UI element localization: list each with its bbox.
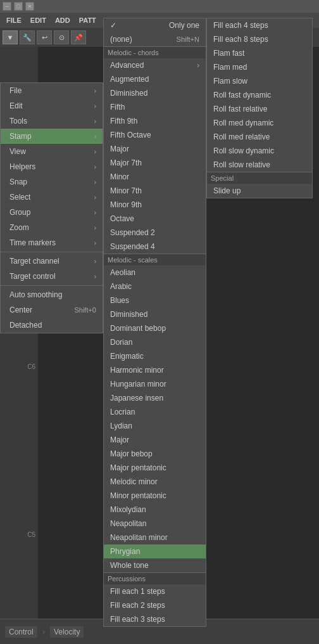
right-rollslowrelative[interactable]: Roll slow relative [207, 158, 312, 172]
center-major7th[interactable]: Major 7th [104, 156, 206, 170]
menu-file[interactable]: FILE [3, 15, 25, 25]
right-rollfastrelative[interactable]: Roll fast relative [207, 102, 312, 116]
center-arabic[interactable]: Arabic [104, 280, 206, 293]
center-minor7th[interactable]: Minor 7th [104, 184, 206, 198]
center-lydian[interactable]: Lydian [104, 419, 206, 433]
right-flamslow[interactable]: Flam slow [207, 74, 312, 88]
right-fill4[interactable]: Fill each 4 steps [207, 18, 312, 32]
center-hungarianminor[interactable]: Hungarian minor [104, 377, 206, 391]
center-mixolydian[interactable]: Mixolydian [104, 503, 206, 517]
left-menu-stamp[interactable]: Stamp › [1, 129, 103, 144]
left-menu-targetchannel[interactable]: Target channel › [1, 254, 103, 269]
c6-label: C6 [27, 363, 35, 370]
left-menu-divider2 [1, 285, 103, 286]
center-diminished2[interactable]: Diminished [104, 307, 206, 321]
center-minor[interactable]: Minor [104, 170, 206, 184]
left-menu-center[interactable]: Center Shift+0 [1, 302, 103, 318]
maximize-button[interactable]: □ [14, 2, 23, 11]
left-menu-edit[interactable]: Edit › [1, 98, 103, 113]
tool-select[interactable]: ▼ [3, 30, 18, 44]
tool-pencil[interactable]: 🔧 [20, 30, 35, 44]
left-menu-divider1 [1, 252, 103, 252]
right-rollfastdynamic[interactable]: Roll fast dynamic [207, 88, 312, 102]
section-percussions: Percussions [104, 572, 206, 584]
center-octave[interactable]: Octave [104, 212, 206, 226]
center-fifth[interactable]: Fifth [104, 100, 206, 114]
left-menu: File › Edit › Tools › Stamp › View › Hel… [0, 82, 103, 333]
velocity-item[interactable]: Velocity [50, 626, 84, 638]
center-menu-onlyone[interactable]: Only one [104, 18, 206, 32]
center-fill3[interactable]: Fill each 3 steps [104, 612, 206, 626]
center-menu: Only one (none) Shift+N Melodic - chords… [103, 18, 206, 627]
center-dorian[interactable]: Dorian [104, 335, 206, 349]
left-menu-targetcontrol[interactable]: Target control › [1, 269, 103, 284]
right-menu: Fill each 4 steps Fill each 8 steps Flam… [206, 18, 313, 198]
center-dominantbebop[interactable]: Dominant bebop [104, 321, 206, 335]
left-menu-helpers[interactable]: Helpers › [1, 159, 103, 174]
center-major2[interactable]: Major [104, 433, 206, 447]
center-minor9th[interactable]: Minor 9th [104, 198, 206, 212]
center-majorbebop[interactable]: Major bebop [104, 447, 206, 461]
left-menu-zoom[interactable]: Zoom › [1, 220, 103, 235]
c5-label: C5 [27, 531, 35, 538]
right-rollmedrelative[interactable]: Roll med relative [207, 130, 312, 144]
center-majorpentatonic[interactable]: Major pentatonic [104, 461, 206, 475]
left-menu-view[interactable]: View › [1, 144, 103, 159]
right-fill8[interactable]: Fill each 8 steps [207, 32, 312, 46]
left-menu-file[interactable]: File › [1, 83, 103, 98]
menu-edit[interactable]: EDIT [27, 15, 50, 25]
center-aeolian[interactable]: Aeolian [104, 266, 206, 280]
center-locrian[interactable]: Locrian [104, 405, 206, 419]
center-fill2[interactable]: Fill each 2 steps [104, 598, 206, 612]
tool-eraser[interactable]: ↩ [37, 30, 52, 44]
tool-mute[interactable]: ⊙ [54, 30, 69, 44]
right-special-header: Special [207, 172, 312, 184]
center-wholetone[interactable]: Whole tone [104, 558, 206, 572]
center-minorpentatonic[interactable]: Minor pentatonic [104, 489, 206, 503]
right-flamfast[interactable]: Flam fast [207, 46, 312, 60]
center-japaneseinsen[interactable]: Japanese insen [104, 391, 206, 405]
left-menu-detached[interactable]: Detached [1, 318, 103, 333]
section-melodic-scales: Melodic - scales [104, 254, 206, 266]
tool-slice[interactable]: 📌 [71, 30, 86, 44]
center-fifth9th[interactable]: Fifth 9th [104, 114, 206, 128]
center-suspended4[interactable]: Suspended 4 [104, 240, 206, 254]
left-menu-timemarkers[interactable]: Time markers › [1, 235, 103, 250]
right-slideup[interactable]: Slide up [207, 184, 312, 198]
minimize-button[interactable]: – [3, 2, 11, 11]
left-menu-autosmoothing[interactable]: Auto smoothing [1, 287, 103, 302]
left-menu-select[interactable]: Select › [1, 190, 103, 205]
left-menu-tools[interactable]: Tools › [1, 113, 103, 129]
center-enigmatic[interactable]: Enigmatic [104, 349, 206, 363]
right-rollmeddynamic[interactable]: Roll med dynamic [207, 116, 312, 130]
center-melodicminor[interactable]: Melodic minor [104, 475, 206, 489]
control-item[interactable]: Control [5, 626, 37, 638]
left-menu-snap[interactable]: Snap › [1, 174, 103, 190]
center-phrygian[interactable]: Phrygian [104, 544, 206, 558]
center-neapolitan[interactable]: Neapolitan [104, 517, 206, 531]
close-button[interactable]: × [25, 2, 34, 11]
center-blues[interactable]: Blues [104, 293, 206, 307]
right-rollslowdynamic[interactable]: Roll slow dynamic [207, 144, 312, 158]
right-flammed[interactable]: Flam med [207, 60, 312, 74]
center-neapolitanminor[interactable]: Neapolitan minor [104, 531, 206, 544]
center-major[interactable]: Major [104, 142, 206, 156]
title-bar: – □ × [0, 0, 319, 13]
center-advanced[interactable]: Advanced › [104, 58, 206, 72]
center-harmonicminor[interactable]: Harmonic minor [104, 363, 206, 377]
center-augmented[interactable]: Augmented [104, 72, 206, 86]
center-fill1[interactable]: Fill each 1 steps [104, 584, 206, 598]
center-suspended2[interactable]: Suspended 2 [104, 226, 206, 240]
left-menu-group[interactable]: Group › [1, 205, 103, 220]
section-melodic-chords: Melodic - chords [104, 46, 206, 58]
center-fifthoctave[interactable]: Fifth Octave [104, 128, 206, 142]
center-menu-none[interactable]: (none) Shift+N [104, 32, 206, 46]
menu-add[interactable]: ADD [51, 15, 74, 25]
menu-patt[interactable]: PATT [75, 15, 100, 25]
center-diminished[interactable]: Diminished [104, 86, 206, 100]
